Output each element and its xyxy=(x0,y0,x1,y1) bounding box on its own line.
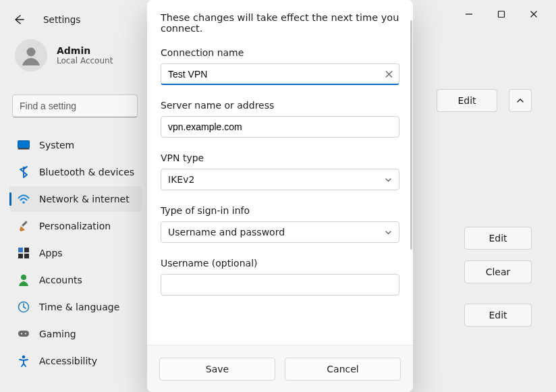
save-button[interactable]: Save xyxy=(159,358,275,381)
signin-label: Type of sign-in info xyxy=(161,205,399,216)
clear-input-icon[interactable] xyxy=(385,71,393,78)
vpn-type-label: VPN type xyxy=(161,152,399,163)
dialog-scrollbar[interactable] xyxy=(410,20,412,250)
username-label: Username (optional) xyxy=(161,258,399,269)
vpn-type-value: IKEv2 xyxy=(168,174,194,185)
server-input[interactable] xyxy=(161,116,399,138)
username-input[interactable] xyxy=(161,274,399,296)
cancel-button[interactable]: Cancel xyxy=(285,358,401,381)
vpn-edit-dialog: These changes will take effect the next … xyxy=(147,0,413,392)
dialog-intro-text: These changes will take effect the next … xyxy=(161,12,399,34)
server-label: Server name or address xyxy=(161,100,399,111)
chevron-down-icon xyxy=(385,176,392,184)
chevron-down-icon xyxy=(385,229,392,236)
connection-name-input[interactable] xyxy=(161,63,399,85)
dialog-footer: Save Cancel xyxy=(147,345,413,392)
connection-name-label: Connection name xyxy=(161,47,399,58)
vpn-type-select[interactable]: IKEv2 xyxy=(161,169,399,190)
signin-value: Username and password xyxy=(168,227,285,237)
signin-select[interactable]: Username and password xyxy=(161,221,399,243)
